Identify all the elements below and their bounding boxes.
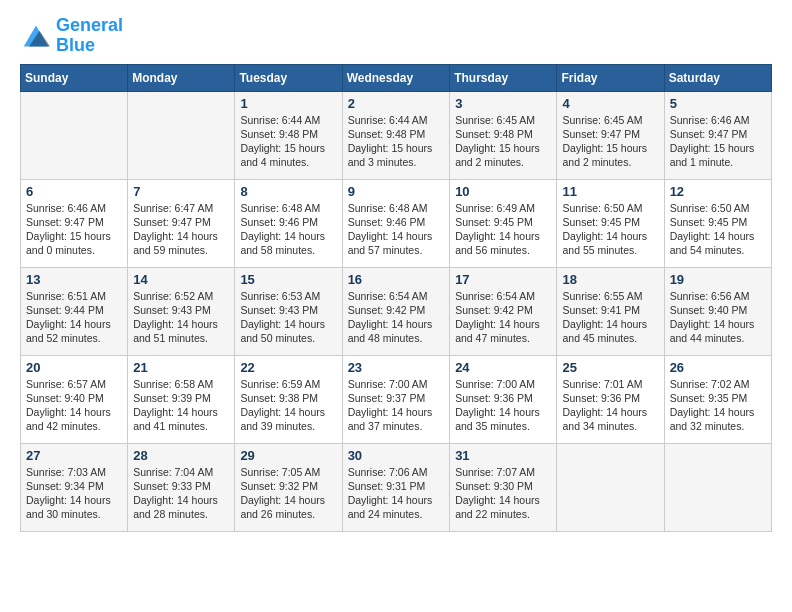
day-number: 16 [348, 272, 445, 287]
day-number: 4 [562, 96, 658, 111]
calendar-cell [128, 91, 235, 179]
day-number: 1 [240, 96, 336, 111]
calendar-cell: 25Sunrise: 7:01 AM Sunset: 9:36 PM Dayli… [557, 355, 664, 443]
day-number: 15 [240, 272, 336, 287]
calendar-cell: 28Sunrise: 7:04 AM Sunset: 9:33 PM Dayli… [128, 443, 235, 531]
day-number: 17 [455, 272, 551, 287]
calendar-cell: 1Sunrise: 6:44 AM Sunset: 9:48 PM Daylig… [235, 91, 342, 179]
calendar-cell: 22Sunrise: 6:59 AM Sunset: 9:38 PM Dayli… [235, 355, 342, 443]
day-number: 29 [240, 448, 336, 463]
day-number: 24 [455, 360, 551, 375]
calendar-cell: 13Sunrise: 6:51 AM Sunset: 9:44 PM Dayli… [21, 267, 128, 355]
day-number: 18 [562, 272, 658, 287]
logo-icon [20, 22, 52, 50]
day-info: Sunrise: 7:02 AM Sunset: 9:35 PM Dayligh… [670, 377, 766, 434]
day-info: Sunrise: 6:46 AM Sunset: 9:47 PM Dayligh… [670, 113, 766, 170]
day-number: 20 [26, 360, 122, 375]
calendar-cell: 17Sunrise: 6:54 AM Sunset: 9:42 PM Dayli… [450, 267, 557, 355]
day-number: 23 [348, 360, 445, 375]
calendar-cell [21, 91, 128, 179]
calendar-cell [557, 443, 664, 531]
day-info: Sunrise: 6:49 AM Sunset: 9:45 PM Dayligh… [455, 201, 551, 258]
day-info: Sunrise: 6:45 AM Sunset: 9:48 PM Dayligh… [455, 113, 551, 170]
day-number: 26 [670, 360, 766, 375]
day-info: Sunrise: 6:51 AM Sunset: 9:44 PM Dayligh… [26, 289, 122, 346]
day-info: Sunrise: 7:07 AM Sunset: 9:30 PM Dayligh… [455, 465, 551, 522]
day-info: Sunrise: 6:56 AM Sunset: 9:40 PM Dayligh… [670, 289, 766, 346]
day-info: Sunrise: 7:01 AM Sunset: 9:36 PM Dayligh… [562, 377, 658, 434]
calendar-cell: 15Sunrise: 6:53 AM Sunset: 9:43 PM Dayli… [235, 267, 342, 355]
calendar-cell: 26Sunrise: 7:02 AM Sunset: 9:35 PM Dayli… [664, 355, 771, 443]
day-info: Sunrise: 6:57 AM Sunset: 9:40 PM Dayligh… [26, 377, 122, 434]
header-day-thursday: Thursday [450, 64, 557, 91]
logo-text: General Blue [56, 16, 123, 56]
calendar-cell: 6Sunrise: 6:46 AM Sunset: 9:47 PM Daylig… [21, 179, 128, 267]
logo: General Blue [20, 16, 123, 56]
calendar-week-row: 27Sunrise: 7:03 AM Sunset: 9:34 PM Dayli… [21, 443, 772, 531]
calendar-cell: 31Sunrise: 7:07 AM Sunset: 9:30 PM Dayli… [450, 443, 557, 531]
calendar-cell: 5Sunrise: 6:46 AM Sunset: 9:47 PM Daylig… [664, 91, 771, 179]
day-info: Sunrise: 6:44 AM Sunset: 9:48 PM Dayligh… [348, 113, 445, 170]
day-info: Sunrise: 6:45 AM Sunset: 9:47 PM Dayligh… [562, 113, 658, 170]
day-info: Sunrise: 6:59 AM Sunset: 9:38 PM Dayligh… [240, 377, 336, 434]
day-number: 13 [26, 272, 122, 287]
day-info: Sunrise: 6:52 AM Sunset: 9:43 PM Dayligh… [133, 289, 229, 346]
calendar-cell: 29Sunrise: 7:05 AM Sunset: 9:32 PM Dayli… [235, 443, 342, 531]
day-info: Sunrise: 6:55 AM Sunset: 9:41 PM Dayligh… [562, 289, 658, 346]
day-info: Sunrise: 6:53 AM Sunset: 9:43 PM Dayligh… [240, 289, 336, 346]
day-info: Sunrise: 6:50 AM Sunset: 9:45 PM Dayligh… [670, 201, 766, 258]
calendar-cell: 7Sunrise: 6:47 AM Sunset: 9:47 PM Daylig… [128, 179, 235, 267]
page-header: General Blue [20, 16, 772, 56]
day-number: 7 [133, 184, 229, 199]
calendar-cell: 9Sunrise: 6:48 AM Sunset: 9:46 PM Daylig… [342, 179, 450, 267]
calendar-cell: 3Sunrise: 6:45 AM Sunset: 9:48 PM Daylig… [450, 91, 557, 179]
day-number: 3 [455, 96, 551, 111]
day-info: Sunrise: 6:46 AM Sunset: 9:47 PM Dayligh… [26, 201, 122, 258]
calendar-cell: 20Sunrise: 6:57 AM Sunset: 9:40 PM Dayli… [21, 355, 128, 443]
calendar-table: SundayMondayTuesdayWednesdayThursdayFrid… [20, 64, 772, 532]
calendar-cell: 4Sunrise: 6:45 AM Sunset: 9:47 PM Daylig… [557, 91, 664, 179]
day-info: Sunrise: 7:05 AM Sunset: 9:32 PM Dayligh… [240, 465, 336, 522]
calendar-cell: 16Sunrise: 6:54 AM Sunset: 9:42 PM Dayli… [342, 267, 450, 355]
day-info: Sunrise: 7:04 AM Sunset: 9:33 PM Dayligh… [133, 465, 229, 522]
day-info: Sunrise: 7:03 AM Sunset: 9:34 PM Dayligh… [26, 465, 122, 522]
day-number: 11 [562, 184, 658, 199]
calendar-cell: 23Sunrise: 7:00 AM Sunset: 9:37 PM Dayli… [342, 355, 450, 443]
calendar-cell: 8Sunrise: 6:48 AM Sunset: 9:46 PM Daylig… [235, 179, 342, 267]
calendar-week-row: 1Sunrise: 6:44 AM Sunset: 9:48 PM Daylig… [21, 91, 772, 179]
calendar-cell: 11Sunrise: 6:50 AM Sunset: 9:45 PM Dayli… [557, 179, 664, 267]
day-number: 6 [26, 184, 122, 199]
calendar-cell: 10Sunrise: 6:49 AM Sunset: 9:45 PM Dayli… [450, 179, 557, 267]
day-number: 2 [348, 96, 445, 111]
day-number: 5 [670, 96, 766, 111]
header-day-friday: Friday [557, 64, 664, 91]
day-info: Sunrise: 6:58 AM Sunset: 9:39 PM Dayligh… [133, 377, 229, 434]
day-number: 10 [455, 184, 551, 199]
day-number: 22 [240, 360, 336, 375]
day-number: 8 [240, 184, 336, 199]
calendar-cell: 21Sunrise: 6:58 AM Sunset: 9:39 PM Dayli… [128, 355, 235, 443]
header-day-saturday: Saturday [664, 64, 771, 91]
header-day-sunday: Sunday [21, 64, 128, 91]
calendar-cell: 19Sunrise: 6:56 AM Sunset: 9:40 PM Dayli… [664, 267, 771, 355]
day-info: Sunrise: 6:54 AM Sunset: 9:42 PM Dayligh… [455, 289, 551, 346]
day-number: 19 [670, 272, 766, 287]
day-info: Sunrise: 6:48 AM Sunset: 9:46 PM Dayligh… [348, 201, 445, 258]
calendar-cell: 2Sunrise: 6:44 AM Sunset: 9:48 PM Daylig… [342, 91, 450, 179]
calendar-week-row: 20Sunrise: 6:57 AM Sunset: 9:40 PM Dayli… [21, 355, 772, 443]
calendar-week-row: 6Sunrise: 6:46 AM Sunset: 9:47 PM Daylig… [21, 179, 772, 267]
day-number: 27 [26, 448, 122, 463]
calendar-cell: 24Sunrise: 7:00 AM Sunset: 9:36 PM Dayli… [450, 355, 557, 443]
calendar-cell: 14Sunrise: 6:52 AM Sunset: 9:43 PM Dayli… [128, 267, 235, 355]
day-info: Sunrise: 7:06 AM Sunset: 9:31 PM Dayligh… [348, 465, 445, 522]
day-number: 30 [348, 448, 445, 463]
header-day-wednesday: Wednesday [342, 64, 450, 91]
day-number: 9 [348, 184, 445, 199]
day-number: 25 [562, 360, 658, 375]
calendar-cell: 30Sunrise: 7:06 AM Sunset: 9:31 PM Dayli… [342, 443, 450, 531]
calendar-cell: 27Sunrise: 7:03 AM Sunset: 9:34 PM Dayli… [21, 443, 128, 531]
day-info: Sunrise: 6:50 AM Sunset: 9:45 PM Dayligh… [562, 201, 658, 258]
day-number: 21 [133, 360, 229, 375]
day-number: 28 [133, 448, 229, 463]
calendar-week-row: 13Sunrise: 6:51 AM Sunset: 9:44 PM Dayli… [21, 267, 772, 355]
